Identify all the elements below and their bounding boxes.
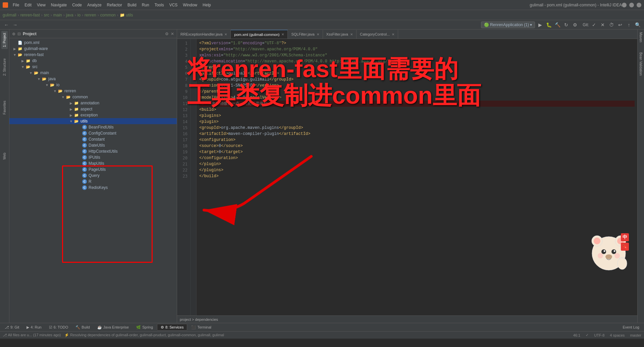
breadcrumb-main[interactable]: main [53,13,62,17]
pom-xml-icon: 📄 [17,40,23,45]
tab-categorycontrol[interactable]: CategoryControl... ✕ [357,30,398,39]
tree-item-pom[interactable]: 📄 pom.xml [9,40,177,46]
tree-item-utils[interactable]: ▼ 📂 utils [9,118,177,124]
breadcrumb-utils[interactable]: 📁 utils [120,13,133,17]
project-gear-icon[interactable]: ⚙ [165,32,169,36]
tree-item-renren-fast[interactable]: ▼ 📂 renren-fast [9,52,177,58]
close-button[interactable]: ✕ [637,3,641,7]
tab-sqlfilter[interactable]: SQLFilter.java ✕ [288,30,323,39]
menu-run[interactable]: Run [140,2,151,8]
breadcrumb-io[interactable]: io [77,13,80,17]
tree-item-main[interactable]: ▼ 📂 main [9,70,177,76]
breadcrumb-src[interactable]: src [44,13,49,17]
git-push[interactable]: ↑ [625,21,633,29]
bottom-tab-build[interactable]: 🔨 Build [72,324,93,331]
breadcrumb-renren-fast[interactable]: renren-fast [20,13,40,17]
tab-pomxml-close[interactable]: ✕ [281,33,284,36]
git-revert[interactable]: ↩ [616,21,624,29]
tab-rrexceptionhandler[interactable]: RRExceptionHandler.java ✕ [177,30,231,39]
git-x[interactable]: ✕ [599,21,606,29]
bottom-tab-event-log[interactable]: Event Log [619,324,643,331]
build-button[interactable]: 🔨 [554,21,561,29]
branch-label[interactable]: master [630,333,641,337]
tree-item-pageutils[interactable]: C PageUtils [9,166,177,172]
menu-view[interactable]: View [35,2,48,8]
tree-item-r[interactable]: C R [9,179,177,185]
tree-item-annotation[interactable]: ▶ 📁 annotation [9,100,177,106]
editor-content: 1 2 3 4 5 6 7 8 9 10 11 12 13 14 15 16 1… [177,39,637,315]
maximize-button[interactable]: □ [629,3,634,7]
caret-position[interactable]: 46:1 [573,333,580,337]
tree-item-src[interactable]: ▼ 📂 src [9,64,177,70]
tab-rrexceptionhandler-close[interactable]: ✕ [224,33,227,36]
bottom-tab-services[interactable]: ⚙ 8: Services [157,324,187,331]
bottom-tab-enterprise[interactable]: ☕ Java Enterprise [94,324,132,331]
tree-item-io[interactable]: ▼ 📂 io [9,82,177,88]
menu-help[interactable]: Help [201,2,213,8]
debug-button[interactable]: 🐛 [545,21,552,29]
bottom-tab-spring[interactable]: 🌿 Spring [133,324,156,331]
menu-code[interactable]: Code [70,2,84,8]
menu-vcs[interactable]: VCS [167,2,180,8]
tree-item-httpcontextutils[interactable]: C HttpContextUtils [9,148,177,154]
right-tab-bean[interactable]: Bean Validation [638,51,643,77]
indent-label[interactable]: 4 spaces [610,333,625,337]
menu-file[interactable]: File [11,2,21,8]
tab-xssfilter-close[interactable]: ✕ [350,33,353,36]
tree-item-renren[interactable]: ▼ 📂 renren [9,88,177,94]
menu-analyze[interactable]: Analyze [85,2,104,8]
tab-sqlfilter-close[interactable]: ✕ [317,33,319,36]
menu-navigate[interactable]: Navigate [49,2,69,8]
tree-item-exception[interactable]: ▶ 📁 exception [9,112,177,118]
breadcrumb-renren[interactable]: renren [85,13,96,17]
tab-categorycontrol-close[interactable]: ✕ [392,33,394,36]
tree-item-db[interactable]: ▶ 📁 db [9,58,177,64]
breadcrumb-gulimall[interactable]: gulimall [3,13,16,17]
tree-item-common[interactable]: ▼ 📂 common [9,94,177,100]
tree-item-configconstant[interactable]: C ConfigConstant [9,130,177,136]
run-config-selector[interactable]: 🟢 RenrenApplication (1) ▾ [481,21,535,28]
tab-pomxml[interactable]: pom.xml (gulimall-common) ✕ [231,30,288,39]
menu-window[interactable]: Window [181,2,199,8]
breadcrumb-java[interactable]: java [66,13,73,17]
tree-item-aspect[interactable]: ▶ 📁 aspect [9,106,177,112]
bottom-tab-git[interactable]: ⎇ 9: Git [1,324,22,331]
tree-item-java[interactable]: ▼ 📂 java [9,76,177,82]
sidebar-tab-project[interactable]: 1: Project [1,31,8,49]
bottom-tab-todo[interactable]: ☑ 6: TODO [46,324,72,331]
encoding-label[interactable]: UTF-8 [594,333,604,337]
forward-button[interactable]: → [11,21,19,29]
tree-item-beanfindutils[interactable]: C BeanFindUtils [9,124,177,130]
menu-edit[interactable]: Edit [22,2,34,8]
right-tab-maven[interactable]: Maven [638,31,643,44]
tree-item-maputils[interactable]: C MapUtils [9,160,177,166]
code-area[interactable]: <?xml version="1.0" encoding="UTF-8"?> <… [197,39,637,315]
project-collapse-icon[interactable]: ⊟ [17,32,21,36]
bottom-tab-run[interactable]: ▶ 4: Run [23,324,45,331]
menu-build[interactable]: Build [125,2,139,8]
git-checkmark[interactable]: ✓ [590,21,598,29]
menu-refactor[interactable]: Refactor [105,2,124,8]
git-history[interactable]: ⏱ [608,21,615,29]
back-button[interactable]: ← [3,21,10,29]
tree-item-rediskeys[interactable]: C RedisKeys [9,185,177,191]
project-close-icon[interactable]: ✕ [171,32,174,36]
tree-item-constant[interactable]: C Constant [9,136,177,142]
sidebar-tab-favorites[interactable]: Favorites [1,99,8,116]
sync-button[interactable]: ↻ [562,21,570,29]
tree-item-dateutils[interactable]: C DateUtils [9,142,177,148]
tab-xssfilter[interactable]: XssFilter.java ✕ [323,30,357,39]
tree-item-iputils[interactable]: C IPUtils [9,154,177,160]
minimize-button[interactable]: ─ [622,3,627,7]
project-sync-icon[interactable]: ⊕ [12,32,15,36]
sidebar-tab-structure[interactable]: 2: Structure [1,56,8,78]
sidebar-tab-web[interactable]: Web [1,151,8,161]
settings-button[interactable]: ⚙ [571,21,579,29]
breadcrumb-common[interactable]: common [100,13,116,17]
run-button[interactable]: ▶ [536,21,544,29]
tree-item-gulimall-ware[interactable]: ▶ 📁 gulimall-ware [9,46,177,52]
tree-item-query[interactable]: C Query [9,172,177,179]
search-everywhere[interactable]: 🔍 [634,21,641,29]
menu-tools[interactable]: Tools [153,2,166,8]
bottom-tab-terminal[interactable]: ⬛ Terminal [188,324,215,331]
